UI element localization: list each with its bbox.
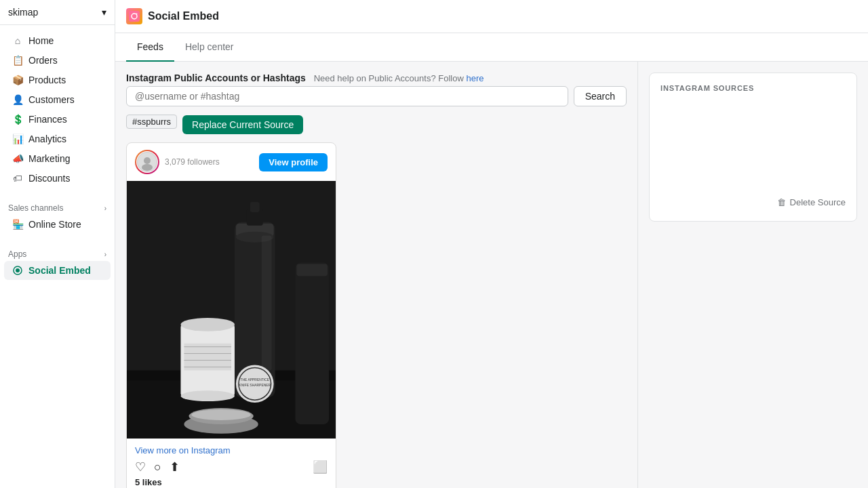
svg-text:THE APPRENTICE: THE APPRENTICE [240, 378, 269, 382]
marketing-icon: 📣 [12, 153, 23, 164]
sidebar-item-label: Online Store [28, 219, 81, 230]
comment-icon[interactable]: ○ [154, 460, 161, 474]
sidebar-item-label: Home [28, 35, 54, 46]
sidebar-item-analytics[interactable]: 📊 Analytics [4, 129, 111, 148]
card-info: 3,079 followers [165, 157, 259, 167]
sidebar-item-orders[interactable]: 📋 Orders [4, 51, 111, 70]
sources-list [660, 100, 846, 195]
chevron-down-icon: ▾ [102, 7, 106, 18]
search-input[interactable] [126, 86, 568, 106]
help-text: Need help on Public Accounts? Follow her… [314, 73, 484, 83]
chevron-icon: › [104, 251, 106, 258]
post-actions: ♡ ○ ⬆ ⬜ [135, 460, 328, 474]
apps-label: Apps › [0, 245, 115, 260]
store-name: skimap [8, 7, 38, 18]
tab-feeds[interactable]: Feeds [126, 33, 174, 62]
page-title: Social Embed [148, 10, 219, 22]
save-icon[interactable]: ⬜ [313, 460, 328, 474]
like-icon[interactable]: ♡ [135, 460, 146, 474]
avatar-inner [136, 151, 158, 173]
sidebar-item-customers[interactable]: 👤 Customers [4, 90, 111, 109]
action-row: #sspburrs Replace Current Source [126, 115, 627, 134]
sidebar-item-home[interactable]: ⌂ Home [4, 31, 111, 50]
search-button[interactable]: Search [574, 86, 627, 106]
svg-rect-15 [250, 202, 260, 212]
social-embed-icon [12, 265, 23, 276]
instagram-card: 3,079 followers View profile [126, 142, 336, 488]
sidebar-item-finances[interactable]: 💲 Finances [4, 110, 111, 129]
replace-source-button[interactable]: Replace Current Source [182, 115, 303, 134]
view-more-link[interactable]: View more on Instagram [135, 445, 328, 455]
products-icon: 📦 [12, 75, 23, 85]
sidebar-item-online-store[interactable]: 🏪 Online Store [4, 215, 111, 234]
svg-point-6 [144, 157, 151, 164]
tab-help-center[interactable]: Help center [174, 33, 245, 62]
apps-section: Apps › Social Embed [0, 240, 115, 286]
svg-point-25 [191, 409, 250, 420]
analytics-icon: 📊 [12, 134, 23, 144]
help-link[interactable]: here [466, 73, 484, 83]
svg-rect-27 [296, 264, 328, 276]
content-area: Instagram Public Accounts or Hashtags Ne… [115, 62, 868, 488]
tabs-bar: Feeds Help center [115, 33, 868, 62]
sidebar-item-products[interactable]: 📦 Products [4, 70, 111, 89]
main-nav: ⌂ Home 📋 Orders 📦 Products 👤 Customers 💲… [0, 25, 115, 194]
sidebar-item-marketing[interactable]: 📣 Marketing [4, 149, 111, 168]
right-panel: INSTAGRAM SOURCES 🗑 Delete Source [637, 62, 868, 488]
avatar [135, 150, 159, 174]
sidebar-item-label: Orders [28, 55, 58, 66]
svg-point-17 [180, 318, 234, 331]
sidebar: skimap ▾ ⌂ Home 📋 Orders 📦 Products 👤 Cu… [0, 0, 115, 488]
sidebar-item-social-embed[interactable]: Social Embed [4, 261, 111, 280]
topbar: Social Embed [115, 0, 868, 33]
svg-point-1 [16, 268, 20, 272]
card-header: 3,079 followers View profile [127, 143, 336, 181]
followers-count: 3,079 followers [165, 157, 259, 167]
sources-title: INSTAGRAM SOURCES [660, 84, 846, 92]
left-panel: Instagram Public Accounts or Hashtags Ne… [115, 62, 637, 488]
view-profile-button[interactable]: View profile [259, 153, 328, 171]
feed-content: Instagram Public Accounts or Hashtags Ne… [115, 62, 637, 488]
chevron-icon: › [104, 205, 106, 212]
trash-icon: 🗑 [777, 197, 786, 207]
avatar-image [137, 152, 157, 172]
sidebar-item-discounts[interactable]: 🏷 Discounts [4, 169, 111, 188]
share-icon[interactable]: ⬆ [170, 460, 180, 474]
instagram-sources-box: INSTAGRAM SOURCES 🗑 Delete Source [649, 73, 857, 222]
store-icon: 🏪 [12, 219, 23, 230]
sales-channels-section: Sales channels › 🏪 Online Store [0, 194, 115, 240]
svg-point-7 [142, 164, 153, 171]
delete-source-button[interactable]: 🗑 Delete Source [777, 195, 846, 210]
home-icon: ⌂ [12, 35, 23, 46]
svg-rect-2 [129, 11, 140, 22]
svg-rect-33 [262, 236, 272, 371]
main-content: Social Embed Feeds Help center Instagram… [115, 0, 868, 488]
section-title: Instagram Public Accounts or Hashtags [126, 73, 306, 83]
sidebar-item-label: Analytics [28, 134, 66, 144]
app-icon [126, 8, 142, 24]
svg-rect-28 [184, 344, 231, 371]
sidebar-item-label: Marketing [28, 153, 70, 164]
card-footer: View more on Instagram ♡ ○ ⬆ ⬜ 5 likes [127, 439, 336, 488]
sidebar-item-label: Customers [28, 94, 75, 105]
discounts-icon: 🏷 [12, 173, 23, 184]
sidebar-item-label: Finances [28, 114, 67, 125]
post-image: THE APPRENTICE KNIFE SHARPENER [127, 181, 336, 439]
likes-count: 5 likes [135, 477, 328, 487]
svg-text:KNIFE SHARPENER: KNIFE SHARPENER [239, 384, 271, 387]
finances-icon: 💲 [12, 114, 23, 125]
sales-channels-label: Sales channels › [0, 199, 115, 214]
sidebar-item-label: Discounts [28, 173, 70, 184]
search-row: Search [126, 86, 627, 106]
customers-icon: 👤 [12, 94, 23, 105]
svg-point-4 [136, 14, 138, 15]
svg-point-18 [180, 390, 234, 401]
store-selector[interactable]: skimap ▾ [0, 0, 115, 25]
svg-rect-26 [295, 262, 329, 424]
sidebar-item-label: Social Embed [28, 265, 91, 276]
sidebar-item-label: Products [28, 75, 66, 85]
orders-icon: 📋 [12, 55, 23, 66]
current-tag-chip: #sspburrs [126, 115, 177, 129]
